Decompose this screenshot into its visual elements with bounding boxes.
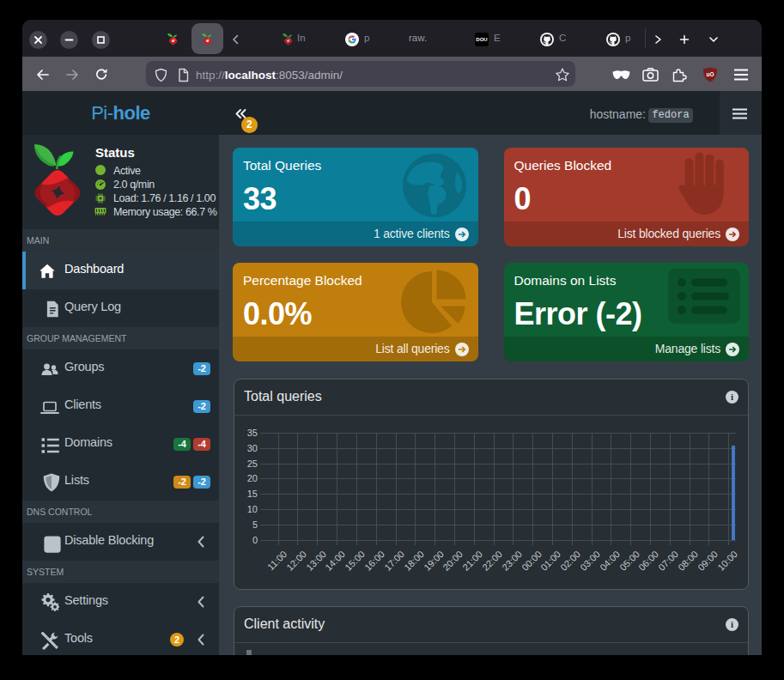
svg-text:uO: uO	[706, 71, 714, 77]
